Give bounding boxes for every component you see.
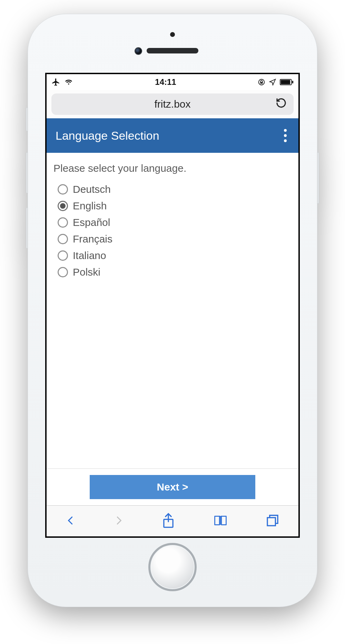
language-label: Italiano — [73, 250, 106, 261]
nav-forward-button[interactable] — [114, 514, 124, 529]
bookmarks-button[interactable] — [213, 514, 228, 529]
radio-icon — [58, 184, 68, 195]
next-button[interactable]: Next > — [90, 475, 255, 499]
mute-switch — [26, 107, 28, 131]
browser-urlbar-area: fritz.box — [47, 90, 298, 118]
radio-icon — [58, 234, 68, 244]
front-camera — [135, 47, 142, 55]
svg-rect-1 — [260, 82, 263, 84]
radio-icon — [58, 267, 68, 277]
language-label: Deutsch — [73, 184, 111, 195]
language-option[interactable]: Deutsch — [58, 181, 292, 198]
page-title: Language Selection — [56, 129, 159, 142]
browser-toolbar — [47, 505, 298, 536]
language-option[interactable]: Français — [58, 231, 292, 247]
language-option[interactable]: Polski — [58, 264, 292, 280]
home-button[interactable] — [148, 543, 197, 591]
language-label: Español — [73, 217, 110, 228]
reload-icon[interactable] — [276, 98, 287, 111]
page-footer: Next > — [47, 468, 298, 505]
page-header: Language Selection — [47, 118, 298, 153]
language-label: Polski — [73, 266, 100, 278]
radio-icon — [58, 250, 68, 261]
prompt-text: Please select your language. — [53, 162, 292, 174]
tabs-button[interactable] — [266, 514, 279, 529]
status-time: 14:11 — [155, 77, 176, 87]
radio-icon — [58, 201, 68, 211]
screen: 14:11 fritz.box — [45, 73, 300, 538]
content-area: Please select your language. DeutschEngl… — [47, 153, 298, 468]
status-bar: 14:11 — [47, 74, 298, 90]
location-icon — [269, 78, 276, 86]
volume-up-button — [26, 152, 28, 194]
svg-rect-6 — [267, 517, 275, 525]
language-options: DeutschEnglishEspañolFrançaisItalianoPol… — [53, 181, 292, 280]
earpiece-speaker — [147, 48, 198, 53]
volume-down-button — [26, 207, 28, 249]
svg-rect-4 — [292, 81, 293, 83]
url-bar[interactable]: fritz.box — [51, 93, 294, 115]
language-label: English — [73, 200, 107, 212]
wifi-icon — [64, 78, 73, 86]
svg-rect-3 — [281, 80, 290, 85]
airplane-mode-icon — [51, 78, 60, 87]
share-button[interactable] — [161, 513, 175, 530]
battery-icon — [280, 79, 294, 86]
overflow-menu-button[interactable] — [281, 126, 289, 145]
language-label: Français — [73, 233, 112, 245]
proximity-sensor — [170, 32, 175, 37]
language-option[interactable]: English — [58, 198, 292, 214]
power-button — [317, 152, 319, 204]
url-host: fritz.box — [154, 98, 190, 110]
radio-icon — [58, 217, 68, 228]
phone-frame: 14:11 fritz.box — [28, 14, 317, 607]
language-option[interactable]: Italiano — [58, 247, 292, 264]
orientation-lock-icon — [258, 78, 265, 86]
nav-back-button[interactable] — [66, 514, 76, 529]
language-option[interactable]: Español — [58, 214, 292, 231]
